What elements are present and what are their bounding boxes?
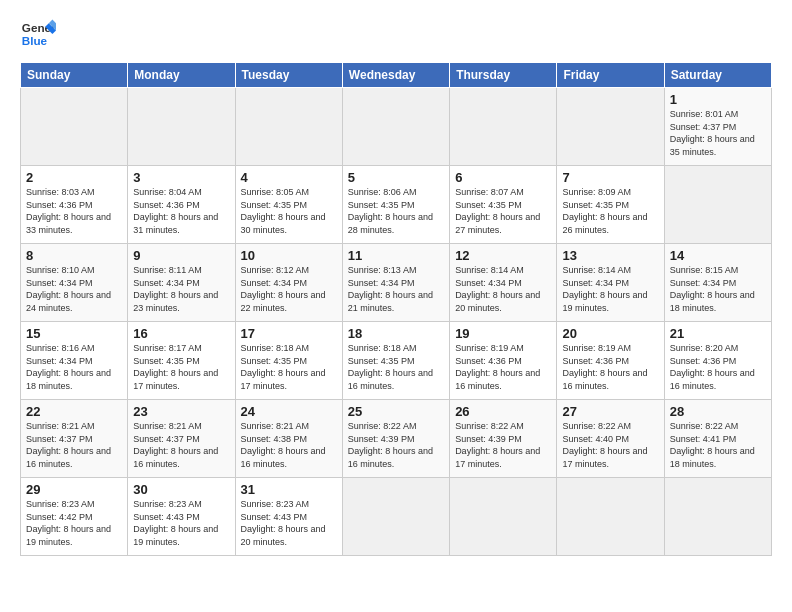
table-cell: 21Sunrise: 8:20 AMSunset: 4:36 PMDayligh…	[664, 322, 771, 400]
day-info: Sunrise: 8:23 AMSunset: 4:43 PMDaylight:…	[241, 499, 326, 547]
day-info: Sunrise: 8:14 AMSunset: 4:34 PMDaylight:…	[455, 265, 540, 313]
day-info: Sunrise: 8:22 AMSunset: 4:39 PMDaylight:…	[348, 421, 433, 469]
table-row: 1Sunrise: 8:01 AMSunset: 4:37 PMDaylight…	[21, 88, 772, 166]
day-number: 28	[670, 404, 766, 419]
day-number: 30	[133, 482, 229, 497]
table-cell: 10Sunrise: 8:12 AMSunset: 4:34 PMDayligh…	[235, 244, 342, 322]
table-cell	[235, 88, 342, 166]
day-number: 8	[26, 248, 122, 263]
day-number: 29	[26, 482, 122, 497]
day-number: 22	[26, 404, 122, 419]
day-number: 20	[562, 326, 658, 341]
day-info: Sunrise: 8:16 AMSunset: 4:34 PMDaylight:…	[26, 343, 111, 391]
table-row: 8Sunrise: 8:10 AMSunset: 4:34 PMDaylight…	[21, 244, 772, 322]
day-number: 15	[26, 326, 122, 341]
day-info: Sunrise: 8:22 AMSunset: 4:40 PMDaylight:…	[562, 421, 647, 469]
col-wednesday: Wednesday	[342, 63, 449, 88]
table-row: 29Sunrise: 8:23 AMSunset: 4:42 PMDayligh…	[21, 478, 772, 556]
day-number: 2	[26, 170, 122, 185]
logo: General Blue	[20, 16, 56, 52]
day-info: Sunrise: 8:11 AMSunset: 4:34 PMDaylight:…	[133, 265, 218, 313]
day-info: Sunrise: 8:04 AMSunset: 4:36 PMDaylight:…	[133, 187, 218, 235]
day-number: 18	[348, 326, 444, 341]
day-number: 19	[455, 326, 551, 341]
day-number: 27	[562, 404, 658, 419]
table-cell: 16Sunrise: 8:17 AMSunset: 4:35 PMDayligh…	[128, 322, 235, 400]
page-container: General Blue Sunday Monday Tuesday Wedne…	[0, 0, 792, 566]
table-cell: 20Sunrise: 8:19 AMSunset: 4:36 PMDayligh…	[557, 322, 664, 400]
day-number: 11	[348, 248, 444, 263]
col-saturday: Saturday	[664, 63, 771, 88]
day-number: 1	[670, 92, 766, 107]
day-info: Sunrise: 8:14 AMSunset: 4:34 PMDaylight:…	[562, 265, 647, 313]
day-number: 21	[670, 326, 766, 341]
table-cell	[21, 88, 128, 166]
day-number: 5	[348, 170, 444, 185]
table-cell	[557, 478, 664, 556]
table-cell	[342, 88, 449, 166]
table-cell: 23Sunrise: 8:21 AMSunset: 4:37 PMDayligh…	[128, 400, 235, 478]
table-cell	[342, 478, 449, 556]
svg-text:Blue: Blue	[22, 34, 48, 47]
col-sunday: Sunday	[21, 63, 128, 88]
day-info: Sunrise: 8:17 AMSunset: 4:35 PMDaylight:…	[133, 343, 218, 391]
table-cell: 12Sunrise: 8:14 AMSunset: 4:34 PMDayligh…	[450, 244, 557, 322]
table-row: 2Sunrise: 8:03 AMSunset: 4:36 PMDaylight…	[21, 166, 772, 244]
day-info: Sunrise: 8:15 AMSunset: 4:34 PMDaylight:…	[670, 265, 755, 313]
table-cell: 13Sunrise: 8:14 AMSunset: 4:34 PMDayligh…	[557, 244, 664, 322]
day-info: Sunrise: 8:06 AMSunset: 4:35 PMDaylight:…	[348, 187, 433, 235]
day-info: Sunrise: 8:10 AMSunset: 4:34 PMDaylight:…	[26, 265, 111, 313]
table-cell	[128, 88, 235, 166]
day-number: 4	[241, 170, 337, 185]
table-cell: 15Sunrise: 8:16 AMSunset: 4:34 PMDayligh…	[21, 322, 128, 400]
day-info: Sunrise: 8:05 AMSunset: 4:35 PMDaylight:…	[241, 187, 326, 235]
day-info: Sunrise: 8:09 AMSunset: 4:35 PMDaylight:…	[562, 187, 647, 235]
day-info: Sunrise: 8:22 AMSunset: 4:41 PMDaylight:…	[670, 421, 755, 469]
table-cell: 29Sunrise: 8:23 AMSunset: 4:42 PMDayligh…	[21, 478, 128, 556]
day-number: 7	[562, 170, 658, 185]
table-cell: 2Sunrise: 8:03 AMSunset: 4:36 PMDaylight…	[21, 166, 128, 244]
table-cell: 17Sunrise: 8:18 AMSunset: 4:35 PMDayligh…	[235, 322, 342, 400]
table-cell	[450, 88, 557, 166]
col-friday: Friday	[557, 63, 664, 88]
table-cell: 26Sunrise: 8:22 AMSunset: 4:39 PMDayligh…	[450, 400, 557, 478]
table-cell: 30Sunrise: 8:23 AMSunset: 4:43 PMDayligh…	[128, 478, 235, 556]
day-number: 9	[133, 248, 229, 263]
table-cell: 31Sunrise: 8:23 AMSunset: 4:43 PMDayligh…	[235, 478, 342, 556]
day-info: Sunrise: 8:22 AMSunset: 4:39 PMDaylight:…	[455, 421, 540, 469]
table-cell: 22Sunrise: 8:21 AMSunset: 4:37 PMDayligh…	[21, 400, 128, 478]
table-row: 22Sunrise: 8:21 AMSunset: 4:37 PMDayligh…	[21, 400, 772, 478]
header: General Blue	[20, 16, 772, 52]
day-number: 17	[241, 326, 337, 341]
table-cell	[557, 88, 664, 166]
day-info: Sunrise: 8:21 AMSunset: 4:37 PMDaylight:…	[26, 421, 111, 469]
header-row: Sunday Monday Tuesday Wednesday Thursday…	[21, 63, 772, 88]
table-cell	[450, 478, 557, 556]
day-number: 23	[133, 404, 229, 419]
table-cell: 5Sunrise: 8:06 AMSunset: 4:35 PMDaylight…	[342, 166, 449, 244]
table-cell: 28Sunrise: 8:22 AMSunset: 4:41 PMDayligh…	[664, 400, 771, 478]
day-info: Sunrise: 8:18 AMSunset: 4:35 PMDaylight:…	[348, 343, 433, 391]
day-info: Sunrise: 8:23 AMSunset: 4:43 PMDaylight:…	[133, 499, 218, 547]
day-number: 24	[241, 404, 337, 419]
table-cell: 3Sunrise: 8:04 AMSunset: 4:36 PMDaylight…	[128, 166, 235, 244]
table-row: 15Sunrise: 8:16 AMSunset: 4:34 PMDayligh…	[21, 322, 772, 400]
table-cell	[664, 166, 771, 244]
table-cell: 6Sunrise: 8:07 AMSunset: 4:35 PMDaylight…	[450, 166, 557, 244]
col-monday: Monday	[128, 63, 235, 88]
day-number: 12	[455, 248, 551, 263]
table-cell: 8Sunrise: 8:10 AMSunset: 4:34 PMDaylight…	[21, 244, 128, 322]
day-number: 14	[670, 248, 766, 263]
table-cell: 25Sunrise: 8:22 AMSunset: 4:39 PMDayligh…	[342, 400, 449, 478]
day-info: Sunrise: 8:19 AMSunset: 4:36 PMDaylight:…	[455, 343, 540, 391]
day-number: 16	[133, 326, 229, 341]
col-tuesday: Tuesday	[235, 63, 342, 88]
day-info: Sunrise: 8:03 AMSunset: 4:36 PMDaylight:…	[26, 187, 111, 235]
table-cell: 7Sunrise: 8:09 AMSunset: 4:35 PMDaylight…	[557, 166, 664, 244]
table-cell: 24Sunrise: 8:21 AMSunset: 4:38 PMDayligh…	[235, 400, 342, 478]
day-info: Sunrise: 8:21 AMSunset: 4:37 PMDaylight:…	[133, 421, 218, 469]
table-cell: 1Sunrise: 8:01 AMSunset: 4:37 PMDaylight…	[664, 88, 771, 166]
day-number: 31	[241, 482, 337, 497]
day-info: Sunrise: 8:20 AMSunset: 4:36 PMDaylight:…	[670, 343, 755, 391]
day-number: 26	[455, 404, 551, 419]
